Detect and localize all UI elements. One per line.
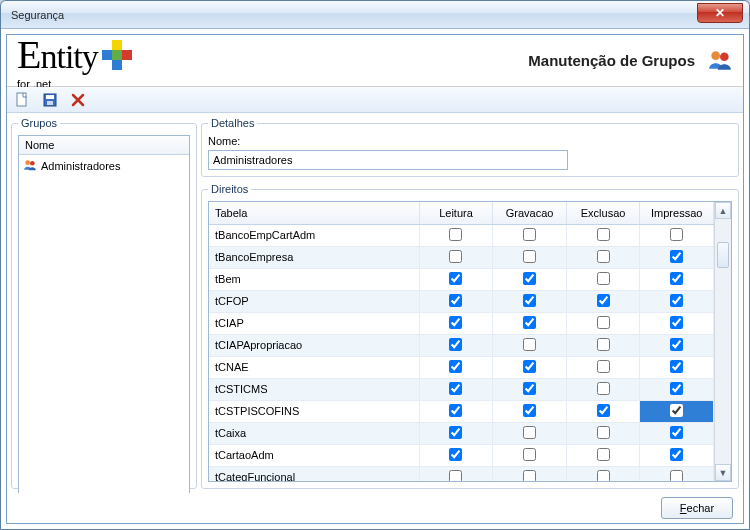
cell-impressao[interactable] <box>640 444 714 466</box>
checkbox-gravacao[interactable] <box>523 470 536 481</box>
checkbox-impressao[interactable] <box>670 338 683 351</box>
cell-exclusao[interactable] <box>566 268 640 290</box>
cell-gravacao[interactable] <box>493 444 567 466</box>
cell-tabela[interactable]: tCSTPISCOFINS <box>209 400 419 422</box>
cell-exclusao[interactable] <box>566 378 640 400</box>
cell-gravacao[interactable] <box>493 422 567 444</box>
checkbox-exclusao[interactable] <box>597 470 610 481</box>
col-exclusao[interactable]: Exclusao <box>566 202 640 224</box>
cell-leitura[interactable] <box>419 466 493 481</box>
checkbox-exclusao[interactable] <box>597 382 610 395</box>
cell-exclusao[interactable] <box>566 312 640 334</box>
cell-gravacao[interactable] <box>493 400 567 422</box>
checkbox-impressao[interactable] <box>670 272 683 285</box>
checkbox-exclusao[interactable] <box>597 228 610 241</box>
cell-tabela[interactable]: tCartaoAdm <box>209 444 419 466</box>
checkbox-leitura[interactable] <box>449 448 462 461</box>
cell-gravacao[interactable] <box>493 466 567 481</box>
delete-button[interactable] <box>69 91 87 109</box>
col-tabela[interactable]: Tabela <box>209 202 419 224</box>
cell-impressao[interactable] <box>640 400 714 422</box>
scroll-down-button[interactable]: ▼ <box>715 464 731 481</box>
new-button[interactable] <box>13 91 31 109</box>
cell-tabela[interactable]: tCFOP <box>209 290 419 312</box>
checkbox-leitura[interactable] <box>449 470 462 481</box>
cell-leitura[interactable] <box>419 290 493 312</box>
cell-tabela[interactable]: tBem <box>209 268 419 290</box>
checkbox-gravacao[interactable] <box>523 316 536 329</box>
cell-impressao[interactable] <box>640 466 714 481</box>
table-row[interactable]: tCaixa <box>209 422 714 444</box>
table-row[interactable]: tCSTPISCOFINS <box>209 400 714 422</box>
checkbox-gravacao[interactable] <box>523 250 536 263</box>
checkbox-impressao[interactable] <box>670 404 683 417</box>
checkbox-impressao[interactable] <box>670 316 683 329</box>
cell-leitura[interactable] <box>419 444 493 466</box>
checkbox-exclusao[interactable] <box>597 250 610 263</box>
checkbox-impressao[interactable] <box>670 228 683 241</box>
cell-tabela[interactable]: tCSTICMS <box>209 378 419 400</box>
cell-gravacao[interactable] <box>493 290 567 312</box>
table-row[interactable]: tCIAP <box>209 312 714 334</box>
checkbox-exclusao[interactable] <box>597 404 610 417</box>
checkbox-exclusao[interactable] <box>597 272 610 285</box>
checkbox-gravacao[interactable] <box>523 294 536 307</box>
cell-exclusao[interactable] <box>566 400 640 422</box>
cell-leitura[interactable] <box>419 224 493 246</box>
checkbox-impressao[interactable] <box>670 294 683 307</box>
checkbox-impressao[interactable] <box>670 382 683 395</box>
checkbox-gravacao[interactable] <box>523 448 536 461</box>
table-row[interactable]: tBancoEmpCartAdm <box>209 224 714 246</box>
close-button[interactable]: ✕ <box>697 3 743 23</box>
checkbox-leitura[interactable] <box>449 272 462 285</box>
table-row[interactable]: tCartaoAdm <box>209 444 714 466</box>
table-row[interactable]: tCFOP <box>209 290 714 312</box>
cell-impressao[interactable] <box>640 268 714 290</box>
cell-exclusao[interactable] <box>566 290 640 312</box>
scroll-up-button[interactable]: ▲ <box>715 202 731 219</box>
cell-tabela[interactable]: tBancoEmpCartAdm <box>209 224 419 246</box>
cell-gravacao[interactable] <box>493 268 567 290</box>
table-row[interactable]: tBem <box>209 268 714 290</box>
cell-tabela[interactable]: tCIAPApropriacao <box>209 334 419 356</box>
name-input[interactable] <box>208 150 568 170</box>
checkbox-gravacao[interactable] <box>523 272 536 285</box>
checkbox-leitura[interactable] <box>449 316 462 329</box>
checkbox-impressao[interactable] <box>670 448 683 461</box>
cell-leitura[interactable] <box>419 378 493 400</box>
cell-tabela[interactable]: tCNAE <box>209 356 419 378</box>
cell-impressao[interactable] <box>640 224 714 246</box>
checkbox-leitura[interactable] <box>449 404 462 417</box>
cell-gravacao[interactable] <box>493 356 567 378</box>
checkbox-leitura[interactable] <box>449 360 462 373</box>
checkbox-leitura[interactable] <box>449 228 462 241</box>
cell-impressao[interactable] <box>640 378 714 400</box>
cell-leitura[interactable] <box>419 356 493 378</box>
table-row[interactable]: tCNAE <box>209 356 714 378</box>
close-dialog-button[interactable]: Fechar <box>661 497 733 519</box>
cell-gravacao[interactable] <box>493 312 567 334</box>
table-row[interactable]: tCSTICMS <box>209 378 714 400</box>
checkbox-gravacao[interactable] <box>523 404 536 417</box>
checkbox-gravacao[interactable] <box>523 338 536 351</box>
cell-impressao[interactable] <box>640 290 714 312</box>
cell-exclusao[interactable] <box>566 444 640 466</box>
cell-leitura[interactable] <box>419 422 493 444</box>
checkbox-exclusao[interactable] <box>597 316 610 329</box>
cell-exclusao[interactable] <box>566 356 640 378</box>
checkbox-impressao[interactable] <box>670 426 683 439</box>
checkbox-exclusao[interactable] <box>597 294 610 307</box>
checkbox-exclusao[interactable] <box>597 360 610 373</box>
scroll-thumb[interactable] <box>717 242 729 268</box>
cell-leitura[interactable] <box>419 400 493 422</box>
checkbox-exclusao[interactable] <box>597 448 610 461</box>
cell-leitura[interactable] <box>419 334 493 356</box>
cell-tabela[interactable]: tBancoEmpresa <box>209 246 419 268</box>
cell-exclusao[interactable] <box>566 422 640 444</box>
titlebar[interactable]: Segurança ✕ <box>1 1 749 29</box>
checkbox-gravacao[interactable] <box>523 426 536 439</box>
checkbox-impressao[interactable] <box>670 360 683 373</box>
checkbox-exclusao[interactable] <box>597 426 610 439</box>
table-row[interactable]: tBancoEmpresa <box>209 246 714 268</box>
cell-exclusao[interactable] <box>566 466 640 481</box>
